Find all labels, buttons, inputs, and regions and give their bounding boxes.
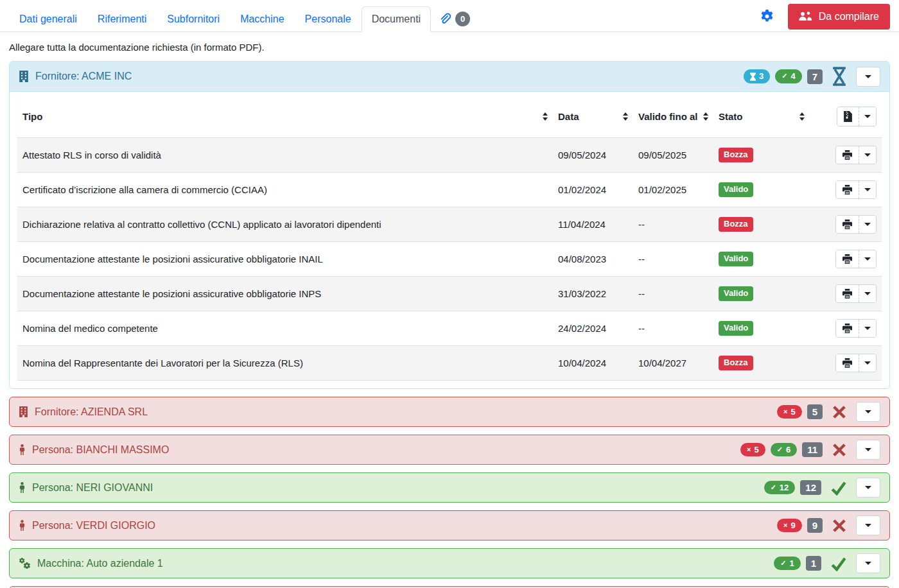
print-dropdown-button[interactable] <box>859 216 876 233</box>
zip-file-icon <box>844 111 852 122</box>
status-badge: Valido <box>719 321 753 336</box>
settings-button[interactable] <box>760 10 774 23</box>
pending-count-pill: 3 <box>744 69 770 83</box>
print-split-button <box>835 319 877 338</box>
chevron-down-icon <box>864 257 871 261</box>
panel-fornitore-azienda-srl[interactable]: Fornitore: AZIENDA SRL ×5 5 <box>9 397 890 427</box>
chevron-down-icon <box>864 153 871 157</box>
person-icon <box>19 444 26 455</box>
status-badge: Valido <box>719 252 753 266</box>
doc-data: 01/02/2024 <box>553 173 633 207</box>
document-row: Attestato RLS in corso di validità 09/05… <box>17 138 882 173</box>
building-icon <box>19 71 29 82</box>
sort-icon <box>543 112 548 121</box>
doc-tipo: Nomina del medico competente <box>17 311 553 346</box>
panel-title: Persona: VERDI GIORGIO <box>32 520 155 532</box>
panel-dropdown-button[interactable] <box>856 515 880 535</box>
attachments-tab[interactable]: 0 <box>431 6 478 32</box>
doc-tipo: Certificato d’iscrizione alla camera di … <box>17 173 553 207</box>
chevron-down-icon <box>864 327 871 330</box>
print-dropdown-button[interactable] <box>859 250 876 268</box>
total-count-badge: 7 <box>807 69 823 84</box>
tab-bar: Dati generali Riferimenti Subfornitori M… <box>0 0 899 32</box>
print-dropdown-button[interactable] <box>859 181 876 198</box>
print-dropdown-button[interactable] <box>859 320 876 337</box>
export-zip-button[interactable] <box>837 107 859 126</box>
document-row: Documentazione attestante le posizioni a… <box>17 242 882 277</box>
chevron-down-icon <box>864 188 871 191</box>
printer-icon <box>842 324 852 333</box>
col-header-valido[interactable]: Valido fino al <box>633 96 713 138</box>
valid-count-pill: ✓6 <box>771 443 797 457</box>
print-button[interactable] <box>836 216 859 233</box>
hourglass-icon <box>750 73 756 81</box>
col-header-stato[interactable]: Stato <box>713 96 810 138</box>
panel-dropdown-button[interactable] <box>856 67 880 87</box>
tab-macchine[interactable]: Macchine <box>230 6 294 32</box>
print-button[interactable] <box>836 181 859 198</box>
printer-icon <box>842 289 852 298</box>
tab-documenti[interactable]: Documenti <box>362 6 431 32</box>
doc-valido: -- <box>633 207 713 242</box>
panel-fornitore-acme-header[interactable]: Fornitore: ACME INC 3 ✓ 4 7 <box>10 62 889 92</box>
panel-persona-verdi-giorgio[interactable]: Persona: VERDI GIORGIO ×9 9 <box>9 510 890 540</box>
total-count-badge: 1 <box>806 556 821 571</box>
valid-count-pill: ✓1 <box>774 557 800 571</box>
chevron-down-icon <box>865 448 871 451</box>
da-compilare-label: Da compilare <box>819 11 879 22</box>
check-icon: ✓ <box>781 72 787 80</box>
panel-persona-neri-giovanni[interactable]: Persona: NERI GIOVANNI ✓12 12 <box>9 472 890 503</box>
sort-icon <box>703 112 708 121</box>
col-header-data[interactable]: Data <box>553 96 633 138</box>
panel-macchina-auto-aziendale-1[interactable]: Macchina: Auto aziendale 1 ✓1 1 <box>9 548 890 578</box>
total-count-badge: 11 <box>802 442 823 457</box>
panel-dropdown-button[interactable] <box>856 478 880 497</box>
doc-stato: Valido <box>713 277 810 311</box>
print-split-button <box>835 146 877 164</box>
print-dropdown-button[interactable] <box>859 354 876 372</box>
print-split-button <box>835 180 877 199</box>
panel-dropdown-button[interactable] <box>856 553 880 573</box>
doc-data: 11/04/2024 <box>553 207 633 242</box>
gear-icon <box>760 10 774 23</box>
print-dropdown-button[interactable] <box>859 285 876 302</box>
chevron-down-icon <box>865 524 871 527</box>
print-button[interactable] <box>836 146 859 164</box>
status-badge: Valido <box>719 286 753 301</box>
status-badge: Valido <box>719 182 753 197</box>
print-dropdown-button[interactable] <box>859 146 876 164</box>
panel-dropdown-button[interactable] <box>856 402 880 422</box>
tab-personale[interactable]: Personale <box>295 6 362 32</box>
panel-title: Fornitore: ACME INC <box>35 71 132 82</box>
panel-persona-bianchi-massimo[interactable]: Persona: BIANCHI MASSIMO ×5 ✓6 11 <box>9 435 890 465</box>
panel-dropdown-button[interactable] <box>856 440 880 460</box>
x-status-icon <box>832 442 847 458</box>
document-row: Documentazione attestante le posizioni a… <box>17 277 882 311</box>
printer-icon <box>842 254 852 264</box>
tab-riferimenti[interactable]: Riferimenti <box>87 6 157 32</box>
panel-title: Persona: BIANCHI MASSIMO <box>32 444 169 456</box>
col-header-actions <box>810 96 882 138</box>
print-button[interactable] <box>836 354 859 372</box>
tab-dati-generali[interactable]: Dati generali <box>9 6 87 32</box>
valid-count-pill: ✓ 4 <box>775 69 801 83</box>
users-icon <box>799 11 812 22</box>
document-row: Dichiarazione relativa al contratto coll… <box>17 207 882 242</box>
col-header-tipo[interactable]: Tipo <box>17 96 553 138</box>
doc-valido: -- <box>633 242 713 277</box>
doc-data: 24/02/2024 <box>553 311 633 346</box>
print-button[interactable] <box>836 285 859 302</box>
print-split-button <box>835 250 877 268</box>
panel-title: Macchina: Auto aziendale 1 <box>37 558 163 569</box>
export-dropdown-button[interactable] <box>859 107 876 126</box>
print-button[interactable] <box>836 320 859 337</box>
check-icon: ✓ <box>777 445 783 454</box>
documents-table: Tipo Data Valido fino al Stato <box>17 96 882 381</box>
doc-tipo: Attestato RLS in corso di validità <box>17 138 553 173</box>
print-button[interactable] <box>836 250 859 268</box>
person-icon <box>19 520 26 531</box>
tab-subfornitori[interactable]: Subfornitori <box>157 6 230 32</box>
chevron-down-icon <box>864 361 871 365</box>
da-compilare-button[interactable]: Da compilare <box>788 4 890 30</box>
documents-table-container: Tipo Data Valido fino al Stato <box>10 92 889 388</box>
